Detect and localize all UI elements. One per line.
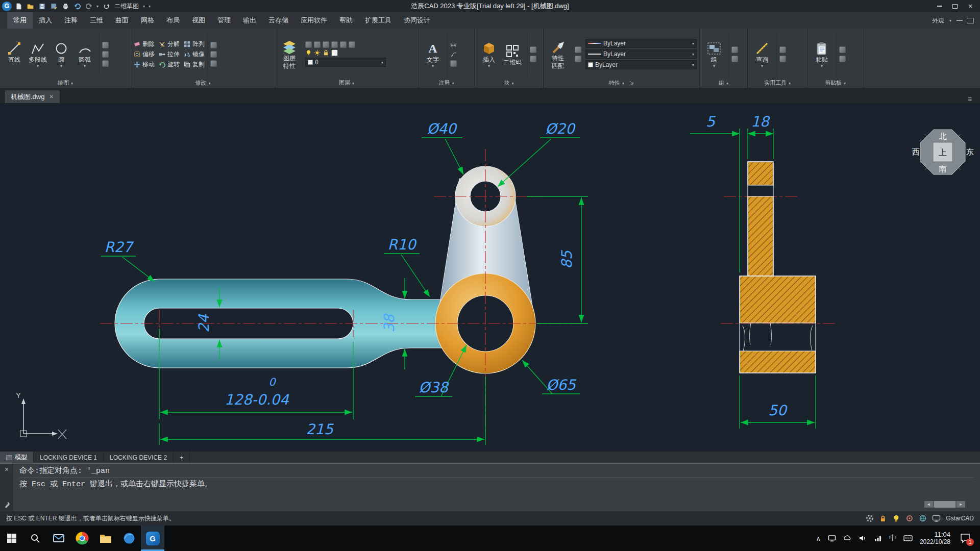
close-tab-icon[interactable]: ✕ (49, 94, 53, 99)
panel-label-layers[interactable]: 图层▾ (275, 78, 418, 88)
panel-label-block[interactable]: 块▾ (475, 78, 543, 88)
lock-icon[interactable] (323, 49, 329, 56)
table-tool-icon[interactable] (450, 60, 457, 67)
calculator-icon[interactable] (779, 56, 786, 62)
group-edit-icon[interactable] (731, 56, 738, 62)
gear-icon[interactable] (866, 514, 874, 522)
group-button[interactable]: 组 ▾ (702, 40, 726, 68)
chevron-down-icon[interactable]: ▾ (948, 18, 952, 23)
layout-tab-locking-device-2[interactable]: LOCKING DEVICE 2 (104, 452, 174, 463)
isolate-objects-icon[interactable] (905, 514, 914, 522)
tab-mesh[interactable]: 网格 (135, 12, 160, 29)
measure-button[interactable]: 查询 ▾ (750, 40, 774, 68)
region-tool-icon[interactable] (102, 60, 109, 67)
close-command-icon[interactable]: ✕ (4, 466, 9, 473)
minimize-button[interactable] (932, 1, 947, 12)
tab-3d[interactable]: 三维 (84, 12, 109, 29)
explode-button[interactable]: 分解 (159, 40, 180, 48)
tab-cloud[interactable]: 云存储 (262, 12, 295, 29)
view-compass[interactable]: 北 南 西 东 上 (912, 130, 974, 174)
scroll-left-icon[interactable]: ◀ (924, 501, 933, 508)
edge-app-button[interactable] (117, 525, 141, 551)
plot-style-icon[interactable] (575, 46, 581, 53)
layer-state-icon[interactable] (305, 41, 312, 48)
layer-freeze-icon[interactable] (323, 41, 329, 48)
arc-button[interactable]: 圆弧 ▾ (73, 40, 96, 68)
circle-button[interactable]: 圆 ▾ (50, 40, 73, 68)
scale-tool-icon[interactable] (210, 60, 217, 67)
stretch-button[interactable]: 拉伸 (159, 50, 180, 59)
document-tab[interactable]: 机械图.dwg ✕ (4, 90, 60, 103)
tab-apps[interactable]: 应用软件 (295, 12, 333, 29)
maximize-button[interactable] (947, 1, 963, 12)
monitor-icon[interactable] (932, 514, 941, 522)
part-section-view[interactable] (740, 162, 816, 373)
undo-button[interactable] (72, 1, 82, 11)
chevron-down-icon[interactable]: ▾ (142, 4, 146, 9)
layer-match-icon[interactable] (349, 41, 355, 48)
polyline-button[interactable]: 多段线 ▾ (26, 40, 50, 68)
keyboard-icon[interactable] (903, 534, 913, 542)
tab-annotate[interactable]: 注释 (58, 12, 84, 29)
speaker-icon[interactable] (859, 534, 867, 542)
lineweight-dropdown[interactable]: ByLayer ▾ (585, 60, 697, 69)
block-edit-icon[interactable] (530, 46, 536, 53)
save-as-button[interactable] (48, 1, 59, 11)
tab-express-tools[interactable]: 扩展工具 (359, 12, 398, 29)
ribbon-panel-icon[interactable] (967, 18, 974, 23)
trim-tool-icon[interactable] (210, 42, 217, 48)
open-file-button[interactable] (25, 1, 35, 11)
gstarcad-app-button[interactable]: G (141, 525, 164, 551)
new-file-button[interactable] (13, 1, 23, 11)
ime-indicator[interactable]: 中 (889, 534, 896, 543)
move-button[interactable]: 移动 (134, 60, 155, 69)
qrcode-button[interactable]: 二维码 (501, 43, 524, 66)
copy-clip-icon[interactable] (839, 56, 846, 62)
appearance-menu[interactable]: 外观 (932, 16, 944, 25)
network-icon[interactable] (874, 534, 882, 542)
mail-app-button[interactable] (47, 525, 70, 551)
list-tool-icon[interactable] (575, 56, 581, 62)
color-dropdown[interactable]: ByLayer ▾ (585, 39, 697, 48)
onedrive-tray-icon[interactable] (843, 534, 851, 542)
scroll-right-icon[interactable]: ▶ (957, 501, 965, 508)
new-layout-button[interactable]: + (174, 452, 190, 463)
layer-dropdown[interactable]: 0 ▾ (305, 58, 386, 67)
display-tray-icon[interactable] (828, 534, 836, 542)
workspace-selector[interactable]: 二维草图 (113, 2, 140, 11)
ribbon-minimize-icon[interactable] (957, 20, 963, 21)
copy-button[interactable]: 复制 (184, 60, 205, 69)
start-button[interactable] (0, 525, 23, 551)
offset-button[interactable]: 偏移 (134, 50, 155, 59)
part-front-view[interactable] (115, 166, 535, 373)
wrench-icon[interactable] (3, 501, 10, 508)
paste-button[interactable]: 粘贴 ▾ (810, 40, 834, 68)
print-button[interactable] (60, 1, 70, 11)
tab-layout[interactable]: 布局 (160, 12, 186, 29)
tab-insert[interactable]: 插入 (33, 12, 58, 29)
refresh-button[interactable] (101, 1, 111, 11)
layer-isolate-icon[interactable] (314, 41, 321, 48)
panel-label-annotation[interactable]: 注释▾ (419, 78, 474, 88)
dimension-icon[interactable] (450, 42, 457, 48)
tab-collaboration[interactable]: 协同设计 (398, 12, 436, 29)
notification-center-button[interactable]: 1 (958, 531, 973, 546)
redo-button[interactable] (84, 1, 94, 11)
bulb-icon[interactable] (892, 514, 900, 522)
search-button[interactable] (23, 525, 47, 551)
tray-expand-icon[interactable]: ∧ (816, 535, 821, 542)
file-explorer-button[interactable] (94, 525, 117, 551)
tab-output[interactable]: 输出 (237, 12, 262, 29)
layer-color-icon[interactable] (331, 49, 338, 56)
mirror-button[interactable]: 镜像 (184, 50, 205, 59)
fillet-tool-icon[interactable] (210, 51, 217, 58)
layer-off-icon[interactable] (331, 41, 338, 48)
tab-list-menu-icon[interactable]: ≡ (964, 95, 976, 103)
rotate-button[interactable]: 旋转 (159, 60, 180, 69)
match-properties-button[interactable]: 特性 匹配 (546, 39, 570, 69)
command-scrollbar[interactable]: ◀ ▶ (924, 500, 966, 508)
ungroup-icon[interactable] (731, 46, 738, 53)
erase-button[interactable]: 删除 (134, 40, 155, 48)
bulb-icon[interactable] (305, 49, 312, 56)
linetype-dropdown[interactable]: ByLayer ▾ (585, 49, 697, 59)
